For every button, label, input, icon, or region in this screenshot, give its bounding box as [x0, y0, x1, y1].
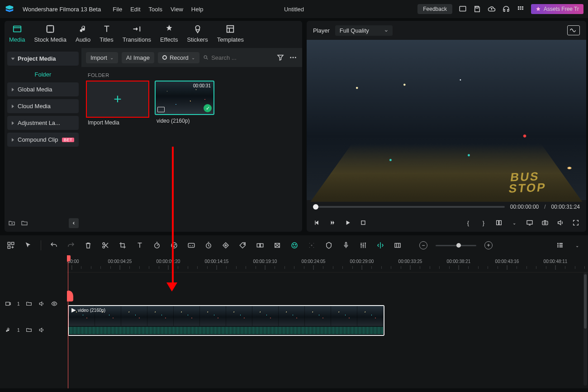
- sidebar-global-media[interactable]: Global Media: [7, 82, 79, 96]
- keyframe-icon[interactable]: [221, 241, 230, 250]
- prev-frame-icon[interactable]: [313, 219, 321, 227]
- list-view-icon[interactable]: [555, 241, 564, 250]
- menu-tools[interactable]: Tools: [149, 6, 162, 13]
- ai-image-button[interactable]: AI Image: [122, 52, 154, 63]
- menu-edit[interactable]: Edit: [130, 6, 140, 13]
- text-icon[interactable]: [135, 241, 144, 250]
- svg-point-57: [53, 303, 55, 305]
- scrub-knob[interactable]: [313, 204, 318, 210]
- player-viewport[interactable]: BUS STOP: [307, 40, 586, 200]
- menu-view[interactable]: View: [171, 6, 183, 13]
- playhead[interactable]: [68, 255, 68, 388]
- import-media-card[interactable]: + Import Media: [86, 81, 149, 126]
- zoom-knob[interactable]: [456, 243, 461, 248]
- caption-icon[interactable]: [187, 241, 196, 250]
- voiceover-icon[interactable]: [341, 241, 351, 250]
- view-options-chevron-icon[interactable]: ⌄: [573, 241, 582, 250]
- play-icon[interactable]: [344, 219, 352, 227]
- duration-icon[interactable]: [204, 241, 213, 250]
- adjust-clip-icon[interactable]: [393, 241, 402, 250]
- apps-grid-icon[interactable]: [517, 5, 525, 13]
- import-button[interactable]: Import⌄: [86, 52, 118, 63]
- tab-media[interactable]: Media: [5, 21, 29, 44]
- split-view-chevron-icon[interactable]: ⌄: [510, 219, 518, 227]
- sidebar-project-media[interactable]: Project Media: [7, 52, 79, 66]
- tab-effects[interactable]: Effects: [156, 21, 183, 44]
- support-icon[interactable]: [502, 5, 510, 13]
- sidebar-cloud-media[interactable]: Cloud Media: [7, 99, 79, 113]
- tab-transitions[interactable]: Transitions: [118, 21, 156, 44]
- cloud-upload-icon[interactable]: [488, 5, 496, 13]
- audio-folder-icon[interactable]: [25, 326, 33, 334]
- fullscreen-icon[interactable]: [572, 219, 580, 227]
- zoom-slider[interactable]: [436, 245, 476, 246]
- display-icon[interactable]: [526, 219, 534, 227]
- menu-file[interactable]: File: [113, 6, 122, 13]
- zoom-out-button[interactable]: −: [419, 241, 427, 249]
- new-folder-icon[interactable]: [7, 219, 16, 228]
- mark-in-icon[interactable]: {: [464, 219, 472, 227]
- layout-icon[interactable]: [459, 5, 467, 13]
- add-track-icon[interactable]: [6, 241, 15, 250]
- video-track-header[interactable]: 1: [0, 288, 67, 320]
- play-pause-icon[interactable]: [328, 219, 337, 227]
- sidebar-compound-clip[interactable]: Compound ClipBET: [7, 133, 79, 147]
- assets-free-pill[interactable]: Assets Free Tr: [531, 4, 583, 14]
- filter-icon[interactable]: [276, 53, 285, 62]
- svg-rect-6: [520, 9, 521, 10]
- audio-mix-icon[interactable]: [359, 241, 368, 250]
- feedback-button[interactable]: Feedback: [417, 4, 452, 14]
- split-view-icon[interactable]: [495, 219, 503, 227]
- zoom-in-button[interactable]: +: [484, 241, 493, 249]
- sidebar-folder[interactable]: Folder: [7, 68, 79, 80]
- tab-stickers[interactable]: Stickers: [182, 21, 212, 44]
- tab-stock-media[interactable]: Stock Media: [29, 21, 71, 44]
- scrollbar-thumb[interactable]: [584, 274, 587, 329]
- save-icon[interactable]: [473, 5, 481, 13]
- snapshot-icon[interactable]: [541, 219, 549, 227]
- track-visibility-icon[interactable]: [51, 300, 58, 307]
- timeline-clip[interactable]: video (2160p): [68, 305, 384, 336]
- stop-icon[interactable]: [359, 219, 367, 227]
- cut-icon[interactable]: [101, 241, 110, 250]
- collapse-sidebar-icon[interactable]: [69, 218, 79, 228]
- search-box[interactable]: [203, 54, 272, 61]
- tab-templates[interactable]: Templates: [213, 21, 248, 44]
- menu-help[interactable]: Help: [191, 6, 204, 13]
- timeline-scrollbar[interactable]: [583, 272, 587, 386]
- split-clip-icon[interactable]: [376, 241, 385, 250]
- speed-icon[interactable]: [152, 241, 161, 250]
- track-mute-icon[interactable]: [38, 300, 45, 307]
- volume-icon[interactable]: [556, 219, 564, 227]
- tag-icon[interactable]: [238, 241, 247, 250]
- tab-titles[interactable]: Titles: [95, 21, 118, 44]
- sidebar-adjustment-layer[interactable]: Adjustment La...: [7, 116, 79, 130]
- ai-face-icon[interactable]: [290, 241, 299, 250]
- track-folder-icon[interactable]: [25, 300, 33, 307]
- group-icon[interactable]: [256, 241, 265, 250]
- import-media-dropzone[interactable]: +: [86, 81, 149, 118]
- tab-audio[interactable]: Audio: [71, 21, 95, 44]
- delete-icon[interactable]: [84, 241, 93, 250]
- new-bin-icon[interactable]: [20, 219, 29, 228]
- sparkle-icon[interactable]: [307, 241, 316, 250]
- crop-icon[interactable]: [118, 241, 127, 250]
- audio-track-header[interactable]: 1: [0, 320, 67, 340]
- video-thumbnail[interactable]: 00:00:31 ✓: [155, 81, 214, 115]
- more-icon[interactable]: [289, 53, 298, 62]
- render-icon[interactable]: [273, 241, 282, 250]
- quality-dropdown[interactable]: Full Quality: [335, 25, 393, 36]
- scopes-icon[interactable]: [567, 25, 580, 35]
- cursor-tool-icon[interactable]: [24, 241, 33, 250]
- redo-icon[interactable]: [66, 241, 76, 250]
- audio-mute-icon[interactable]: [38, 326, 45, 334]
- timeline-ruler[interactable]: 0:00:0000:00:04:2500:00:09:2000:00:14:15…: [67, 255, 588, 272]
- record-button[interactable]: Record⌄: [158, 52, 199, 63]
- mark-out-icon[interactable]: }: [479, 219, 488, 227]
- marker-icon[interactable]: [324, 241, 333, 250]
- video-thumb-card[interactable]: 00:00:31 ✓ video (2160p): [155, 81, 216, 124]
- player-tab-label[interactable]: Player: [313, 27, 330, 34]
- undo-icon[interactable]: [49, 241, 58, 250]
- scrub-bar[interactable]: [313, 206, 505, 208]
- search-input[interactable]: [211, 54, 272, 61]
